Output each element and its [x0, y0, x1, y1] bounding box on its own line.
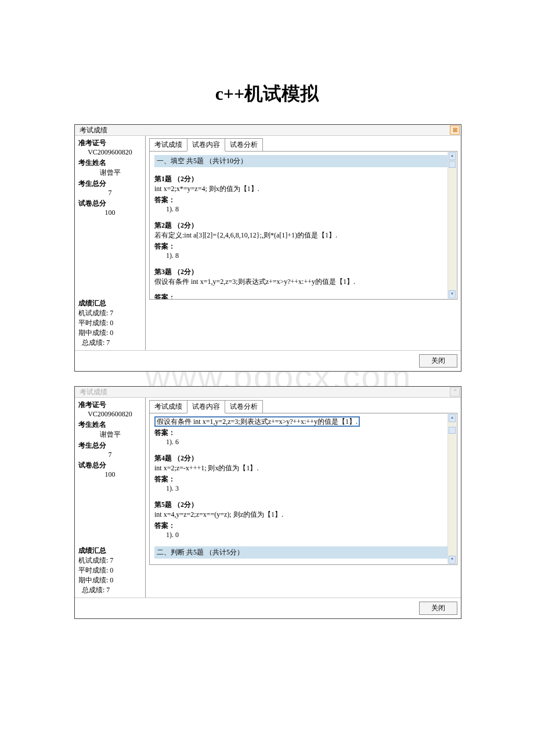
question-title: 第5题 （2分）	[154, 500, 452, 510]
question-body: 假设有条件 int x=1,y=2,z=3;则表达式z+=x>y?++x:++y…	[154, 277, 452, 287]
id-label: 准考证号	[78, 400, 142, 410]
scroll-up-icon[interactable]: ▴	[449, 414, 456, 422]
answer-label-cut: 答案：	[154, 293, 452, 300]
id-value: VC2009600820	[78, 410, 142, 419]
name-label: 考生姓名	[78, 158, 142, 168]
student-score-value: 7	[78, 189, 142, 197]
student-score-label: 考生总分	[78, 441, 142, 451]
scroll-thumb[interactable]	[449, 161, 456, 168]
exam-window-2: 考试成绩 ⌃ 准考证号 VC2009600820 考生姓名 谢曾平 考生总分 7…	[74, 386, 461, 619]
window-title: 考试成绩	[80, 126, 107, 134]
student-score-value: 7	[78, 451, 142, 459]
tab-analysis[interactable]: 试卷分析	[225, 400, 263, 413]
tab-bar: 考试成绩 试卷内容 试卷分析	[149, 138, 457, 152]
answer-value: 1). 3	[166, 484, 452, 493]
student-score-label: 考生总分	[78, 179, 142, 189]
question-2: 第2题 （2分） 若有定义:int a[3][2]={2,4,6,8,10,12…	[154, 221, 452, 260]
tab-content[interactable]: 试卷内容	[187, 138, 225, 152]
question-1: 第1题 （2分） int x=2;x*=y=z=4; 则x的值为【1】. 答案：…	[154, 174, 452, 214]
summary-line: 总成绩: 7	[78, 338, 142, 348]
close-button[interactable]: 关闭	[419, 354, 457, 368]
question-title: 第4题 （2分）	[154, 453, 452, 463]
question-3: 第3题 （2分） 假设有条件 int x=1,y=2,z=3;则表达式z+=x>…	[154, 267, 452, 300]
exam-window-1: 考试成绩 ⊠ 准考证号 VC2009600820 考生姓名 谢曾平 考生总分 7…	[74, 124, 461, 372]
titlebar: 考试成绩 ⊠	[75, 125, 461, 136]
summary-line: 期中成绩: 0	[78, 575, 142, 585]
question-title: 第1题 （2分）	[154, 174, 452, 184]
name-value: 谢曾平	[78, 430, 142, 440]
scroll-thumb[interactable]	[449, 427, 456, 434]
page-title: c++机试模拟	[0, 81, 534, 107]
close-icon[interactable]: ⌃	[450, 387, 460, 397]
paper-score-value: 100	[78, 470, 142, 479]
question-5: 第5题 （2分） int x=4,y=z=2;z=x==(y=z); 则z的值为…	[154, 500, 452, 539]
content-panel: 一、填空 共5题 （共计10分） 第1题 （2分） int x=2;x*=y=z…	[149, 151, 457, 300]
sidebar: 准考证号 VC2009600820 考生姓名 谢曾平 考生总分 7 试卷总分 1…	[75, 398, 146, 597]
answer-label: 答案：	[154, 428, 452, 438]
tab-content[interactable]: 试卷内容	[187, 400, 225, 413]
name-label: 考生姓名	[78, 420, 142, 430]
question-title: 第3题 （2分）	[154, 267, 452, 277]
paper-score-value: 100	[78, 208, 142, 217]
answer-label: 答案：	[154, 195, 452, 205]
footer: 关闭	[75, 597, 461, 618]
section-header: 一、填空 共5题 （共计10分）	[154, 155, 452, 167]
answer-label: 答案：	[154, 474, 452, 484]
scrollbar[interactable]: ▴ ▾	[448, 152, 456, 298]
summary-title: 成绩汇总	[78, 546, 142, 556]
footer: 关闭	[75, 350, 461, 371]
summary-line: 机试成绩: 7	[78, 556, 142, 566]
content-panel: 假设有条件 int x=1,y=2,z=3;则表达式z+=x>y?++x:++y…	[149, 413, 457, 565]
titlebar: 考试成绩 ⌃	[75, 387, 461, 398]
summary-line: 机试成绩: 7	[78, 308, 142, 318]
id-value: VC2009600820	[78, 148, 142, 157]
close-button[interactable]: 关闭	[419, 602, 457, 615]
question-body: 若有定义:int a[3][2]={2,4,6,8,10,12};,则*(a[1…	[154, 231, 452, 240]
name-value: 谢曾平	[78, 168, 142, 178]
highlighted-line: 假设有条件 int x=1,y=2,z=3;则表达式z+=x>y?++x:++y…	[154, 417, 452, 427]
scroll-up-icon[interactable]: ▴	[449, 152, 456, 160]
window-title: 考试成绩	[80, 388, 107, 396]
scroll-down-icon[interactable]: ▾	[449, 290, 456, 298]
tab-score[interactable]: 考试成绩	[149, 400, 187, 413]
main-area: 考试成绩 试卷内容 试卷分析 一、填空 共5题 （共计10分） 第1题 （2分）…	[146, 136, 461, 350]
question-body: int x=4,y=z=2;z=x==(y=z); 则z的值为【1】.	[154, 510, 452, 520]
summary-line: 平时成绩: 0	[78, 566, 142, 575]
answer-value: 1). 8	[166, 205, 452, 214]
summary-block: 成绩汇总 机试成绩: 7 平时成绩: 0 期中成绩: 0 总成绩: 7	[78, 546, 142, 595]
answer-value: 1). 6	[166, 438, 452, 447]
answer-label: 答案：	[154, 521, 452, 531]
summary-line: 平时成绩: 0	[78, 318, 142, 328]
paper-score-label: 试卷总分	[78, 460, 142, 470]
main-area: 考试成绩 试卷内容 试卷分析 假设有条件 int x=1,y=2,z=3;则表达…	[146, 398, 461, 597]
question-body: int x=2;x*=y=z=4; 则x的值为【1】.	[154, 184, 452, 194]
tab-score[interactable]: 考试成绩	[149, 138, 187, 152]
question-4: 第4题 （2分） int x=2;z=-x+++1; 则x的值为【1】. 答案：…	[154, 453, 452, 493]
tab-bar: 考试成绩 试卷内容 试卷分析	[149, 400, 457, 413]
scrollbar[interactable]: ▴ ▾	[448, 414, 456, 564]
answer-value: 1). 0	[166, 531, 452, 539]
scroll-down-icon[interactable]: ▾	[449, 556, 456, 564]
question-body: int x=2;z=-x+++1; 则x的值为【1】.	[154, 463, 452, 473]
answer-label: 答案：	[154, 242, 452, 251]
tab-analysis[interactable]: 试卷分析	[225, 138, 263, 152]
question-title: 第2题 （2分）	[154, 221, 452, 231]
section-header-2: 二、判断 共5题 （共计5分）	[154, 546, 452, 559]
summary-block: 成绩汇总 机试成绩: 7 平时成绩: 0 期中成绩: 0 总成绩: 7	[78, 298, 142, 348]
summary-line: 期中成绩: 0	[78, 328, 142, 338]
answer-value: 1). 8	[166, 251, 452, 260]
paper-score-label: 试卷总分	[78, 199, 142, 208]
id-label: 准考证号	[78, 138, 142, 148]
close-icon[interactable]: ⊠	[450, 125, 460, 135]
summary-title: 成绩汇总	[78, 298, 142, 308]
summary-line: 总成绩: 7	[78, 585, 142, 595]
sidebar: 准考证号 VC2009600820 考生姓名 谢曾平 考生总分 7 试卷总分 1…	[75, 136, 146, 350]
